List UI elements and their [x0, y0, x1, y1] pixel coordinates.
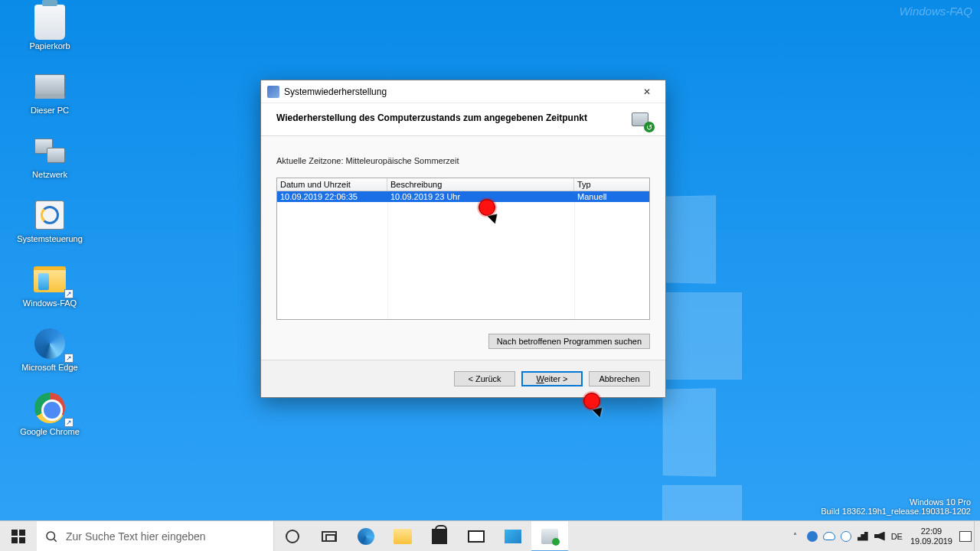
build-label: Build 18362.19h1_release.190318-1202 [821, 507, 971, 516]
wallpaper-windows-logo [662, 196, 786, 380]
cell-type: Manuell [574, 191, 649, 202]
windows-faq-folder[interactable]: ↗Windows-FAQ [15, 263, 84, 308]
watermark-text: Windows-FAQ [900, 5, 972, 18]
store-icon [432, 529, 447, 544]
desktop-label: Google Chrome [20, 427, 80, 436]
cell-datetime: 10.09.2019 22:06:35 [277, 191, 387, 202]
store-taskbar[interactable] [421, 521, 458, 552]
col-description[interactable]: Beschreibung [387, 178, 574, 191]
desktop-build-info: Windows 10 Pro Build 18362.19h1_release.… [821, 497, 971, 516]
annotation-click-marker [583, 393, 600, 409]
desktop-label: Windows-FAQ [23, 298, 77, 308]
network[interactable]: Netzwerk [15, 135, 84, 179]
start-button[interactable] [0, 521, 37, 552]
cortana-button[interactable] [274, 521, 311, 552]
explorer-taskbar[interactable] [384, 521, 421, 552]
tray-clock[interactable]: 22:09 19.09.2019 [906, 527, 957, 546]
cancel-button[interactable]: Abbrechen [589, 371, 650, 386]
task-view-icon [322, 531, 337, 542]
wizard-banner: Wiederherstellung des Computerzustands z… [261, 103, 665, 136]
recycle-bin[interactable]: Papierkorb [15, 6, 84, 51]
action-center[interactable] [957, 521, 974, 552]
language-indicator[interactable]: DE [888, 532, 906, 541]
desktop-icons: Papierkorb Dieser PC Netzwerk Systemsteu… [15, 6, 84, 456]
microsoft-edge[interactable]: ↗Microsoft Edge [15, 328, 84, 372]
photos-taskbar[interactable] [495, 521, 531, 552]
system-restore-taskbar[interactable] [531, 521, 568, 552]
titlebar[interactable]: Systemwiederherstellung ✕ [261, 80, 665, 103]
close-button[interactable]: ✕ [630, 80, 664, 103]
clock-time: 22:09 [910, 527, 952, 536]
tray-teamviewer[interactable] [804, 521, 821, 552]
notification-icon [959, 531, 972, 542]
next-button[interactable]: Weiter > [521, 371, 583, 386]
edge-icon [358, 528, 374, 545]
search-placeholder: Zur Suche Text hier eingeben [66, 530, 206, 543]
desktop-label: Systemsteuerung [17, 234, 83, 243]
app-icon [267, 86, 279, 98]
photos-icon [505, 530, 521, 543]
tray-defender[interactable] [838, 521, 854, 552]
task-view-button[interactable] [311, 521, 348, 552]
cortana-icon [286, 530, 299, 543]
edition-label: Windows 10 Pro [821, 497, 971, 507]
wizard-body: Aktuelle Zeitzone: Mitteleuropäische Som… [261, 136, 665, 360]
mail-icon [468, 530, 485, 543]
folder-icon [394, 529, 412, 544]
tray-overflow[interactable]: ˄ [787, 521, 804, 552]
onedrive-icon [823, 532, 835, 540]
network-icon [858, 532, 868, 541]
edge-taskbar[interactable] [348, 521, 384, 552]
restore-points-table[interactable]: Datum und Uhrzeit Beschreibung Typ 10.09… [276, 178, 650, 320]
taskbar-pinned [274, 521, 568, 552]
annotation-click-marker [479, 199, 495, 216]
svg-line-1 [54, 539, 56, 541]
table-header: Datum und Uhrzeit Beschreibung Typ [277, 178, 649, 191]
back-button[interactable]: < Zurück [454, 371, 515, 386]
control-panel[interactable]: Systemsteuerung [15, 199, 84, 243]
clock-date: 19.09.2019 [910, 536, 952, 546]
system-tray: ˄ DE 22:09 19.09.2019 [787, 521, 980, 552]
search-icon [44, 530, 58, 543]
desktop-label: Netzwerk [32, 170, 67, 179]
restore-icon: ↺ [632, 109, 653, 131]
tray-onedrive[interactable] [821, 521, 838, 552]
taskbar: Zur Suche Text hier eingeben ˄ DE 22:09 … [0, 520, 980, 551]
table-empty-area [277, 202, 649, 319]
wizard-heading: Wiederherstellung des Computerzustands z… [276, 112, 650, 123]
desktop-label: Microsoft Edge [21, 363, 77, 372]
tray-network[interactable] [854, 521, 871, 552]
this-pc[interactable]: Dieser PC [15, 70, 84, 115]
timezone-label: Aktuelle Zeitzone: Mitteleuropäische Som… [276, 156, 650, 165]
system-restore-dialog: Systemwiederherstellung ✕ Wiederherstell… [260, 80, 666, 398]
scan-affected-programs-button[interactable]: Nach betroffenen Programmen suchen [488, 334, 650, 349]
col-type[interactable]: Typ [574, 178, 649, 191]
speaker-icon [874, 532, 885, 541]
restore-icon [541, 529, 558, 544]
desktop-label: Papierkorb [29, 41, 70, 51]
svg-point-0 [47, 532, 55, 540]
mail-taskbar[interactable] [458, 521, 495, 552]
table-row[interactable]: 10.09.2019 22:06:35 10.09.2019 23 Uhr Ma… [277, 191, 649, 202]
show-desktop[interactable] [974, 521, 978, 552]
window-title: Systemwiederherstellung [284, 86, 630, 97]
teamviewer-icon [807, 531, 818, 542]
google-chrome[interactable]: ↗Google Chrome [15, 392, 84, 436]
desktop-label: Dieser PC [31, 106, 69, 115]
search-box[interactable]: Zur Suche Text hier eingeben [37, 521, 274, 552]
shield-icon [841, 531, 851, 542]
tray-volume[interactable] [871, 521, 888, 552]
wizard-footer: < Zurück Weiter > Abbrechen [261, 360, 665, 397]
col-datetime[interactable]: Datum und Uhrzeit [277, 178, 387, 191]
